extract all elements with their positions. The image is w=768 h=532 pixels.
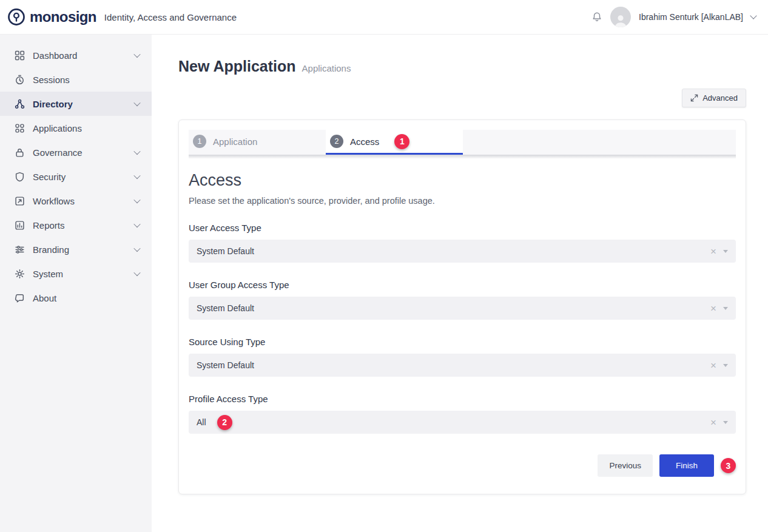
header-right: Ibrahim Senturk [AlkanLAB] xyxy=(591,7,756,27)
clear-icon[interactable]: × xyxy=(710,360,716,371)
user-access-type-select[interactable]: System Default × xyxy=(189,240,736,263)
advanced-button-label: Advanced xyxy=(702,93,738,103)
user-name[interactable]: Ibrahim Senturk [AlkanLAB] xyxy=(639,12,743,22)
security-shield-icon xyxy=(15,172,25,182)
annotation-badge-2: 2 xyxy=(217,415,232,430)
step-2-circle: 2 xyxy=(330,135,343,148)
sidebar-item-label: Reports xyxy=(33,220,65,231)
user-avatar[interactable] xyxy=(610,7,631,27)
sidebar-item-label: Directory xyxy=(33,99,73,109)
section-description: Please set the application's source, pro… xyxy=(189,196,736,206)
caret-down-icon[interactable] xyxy=(723,364,728,367)
sidebar-item-label: Applications xyxy=(33,123,82,133)
wizard-card: 1 Application 2 Access 1 Access Please s… xyxy=(178,120,746,494)
sidebar-item-label: Governance xyxy=(33,147,83,158)
select-value: System Default xyxy=(197,246,254,256)
sidebar-item-branding[interactable]: Branding xyxy=(0,237,152,261)
user-menu-chevron-icon[interactable] xyxy=(750,12,756,19)
sidebar-item-system[interactable]: System xyxy=(0,261,152,286)
chevron-down-icon xyxy=(133,172,140,179)
tab-application[interactable]: 1 Application xyxy=(189,130,326,155)
field-label: Source Using Type xyxy=(189,337,736,347)
select-value: All xyxy=(197,417,206,427)
toolbar-row: Advanced xyxy=(178,89,746,107)
sidebar-item-governance[interactable]: Governance xyxy=(0,140,152,164)
sessions-icon xyxy=(15,75,25,85)
chevron-down-icon xyxy=(133,197,140,203)
workflows-icon xyxy=(15,196,25,206)
chevron-down-icon xyxy=(133,99,140,106)
breadcrumb: Applications xyxy=(302,63,351,73)
sidebar-item-sessions[interactable]: Sessions xyxy=(0,67,152,92)
profile-access-type-select[interactable]: All 2 × xyxy=(189,411,736,434)
clear-icon[interactable]: × xyxy=(710,417,716,428)
main-content: New Application Applications Advanced 1 … xyxy=(152,35,768,532)
sidebar-item-about[interactable]: About xyxy=(0,286,152,310)
sidebar-item-dashboard[interactable]: Dashboard xyxy=(0,43,152,67)
clear-icon[interactable]: × xyxy=(710,246,716,257)
previous-button[interactable]: Previous xyxy=(598,454,653,477)
sidebar-item-label: About xyxy=(33,293,56,303)
sidebar-item-reports[interactable]: Reports xyxy=(0,213,152,237)
directory-icon xyxy=(15,99,25,109)
field-source-using-type: Source Using Type System Default × xyxy=(189,337,736,377)
step-1-circle: 1 xyxy=(193,135,206,148)
sidebar-item-label: Dashboard xyxy=(33,50,77,61)
caret-down-icon[interactable] xyxy=(723,307,728,310)
page-title: New Application xyxy=(178,58,296,75)
sidebar-item-label: Security xyxy=(33,172,66,182)
select-value: System Default xyxy=(197,360,254,370)
brand[interactable]: monosign xyxy=(7,8,96,26)
sidebar-item-label: Workflows xyxy=(33,196,75,206)
about-chat-icon xyxy=(15,293,25,303)
system-gear-icon xyxy=(15,269,25,279)
sidebar-item-applications[interactable]: Applications xyxy=(0,116,152,140)
chevron-down-icon xyxy=(133,221,140,227)
field-profile-access-type: Profile Access Type All 2 × xyxy=(189,394,736,434)
notifications-bell-icon[interactable] xyxy=(591,12,602,22)
chevron-down-icon xyxy=(133,269,140,276)
wizard-tabs: 1 Application 2 Access 1 xyxy=(189,130,736,155)
caret-down-icon[interactable] xyxy=(723,421,728,424)
tab-application-label: Application xyxy=(213,136,257,147)
chevron-down-icon xyxy=(133,51,140,58)
sidebar-item-security[interactable]: Security xyxy=(0,164,152,189)
sidebar-item-workflows[interactable]: Workflows xyxy=(0,189,152,213)
tab-access-label: Access xyxy=(350,136,379,147)
select-value: System Default xyxy=(197,303,254,313)
expand-icon xyxy=(690,94,698,102)
field-user-group-access-type: User Group Access Type System Default × xyxy=(189,280,736,320)
tabs-shadow xyxy=(189,155,736,159)
brand-tagline: Identity, Access and Governance xyxy=(104,12,237,22)
annotation-badge-1: 1 xyxy=(394,134,409,149)
chevron-down-icon xyxy=(133,148,140,155)
tabs-filler xyxy=(463,130,736,155)
access-step-body: Access Please set the application's sour… xyxy=(189,171,736,477)
app-root: monosign Identity, Access and Governance… xyxy=(0,0,768,532)
clear-icon[interactable]: × xyxy=(710,303,716,314)
finish-button[interactable]: Finish xyxy=(659,454,714,477)
sidebar: Dashboard Sessions Directory Application… xyxy=(0,35,152,532)
sidebar-item-label: Branding xyxy=(33,244,69,255)
sidebar-item-label: Sessions xyxy=(33,75,70,85)
monosign-logo-icon xyxy=(7,8,25,26)
field-label: Profile Access Type xyxy=(189,394,736,404)
tab-access[interactable]: 2 Access 1 xyxy=(326,130,463,155)
advanced-button[interactable]: Advanced xyxy=(682,89,746,107)
sidebar-item-label: System xyxy=(33,269,63,279)
brand-name: monosign xyxy=(30,8,96,25)
page-head: New Application Applications xyxy=(178,58,746,75)
applications-icon xyxy=(15,123,25,133)
sidebar-item-directory[interactable]: Directory xyxy=(0,92,152,116)
actions-row: Previous Finish 3 xyxy=(189,454,736,477)
caret-down-icon[interactable] xyxy=(723,250,728,253)
reports-chart-icon xyxy=(15,220,25,231)
user-group-access-type-select[interactable]: System Default × xyxy=(189,297,736,320)
branding-sliders-icon xyxy=(15,244,25,255)
top-header: monosign Identity, Access and Governance… xyxy=(0,0,768,35)
section-heading: Access xyxy=(189,171,736,190)
field-label: User Access Type xyxy=(189,223,736,233)
governance-lock-icon xyxy=(15,147,25,158)
source-using-type-select[interactable]: System Default × xyxy=(189,354,736,377)
field-label: User Group Access Type xyxy=(189,280,736,290)
